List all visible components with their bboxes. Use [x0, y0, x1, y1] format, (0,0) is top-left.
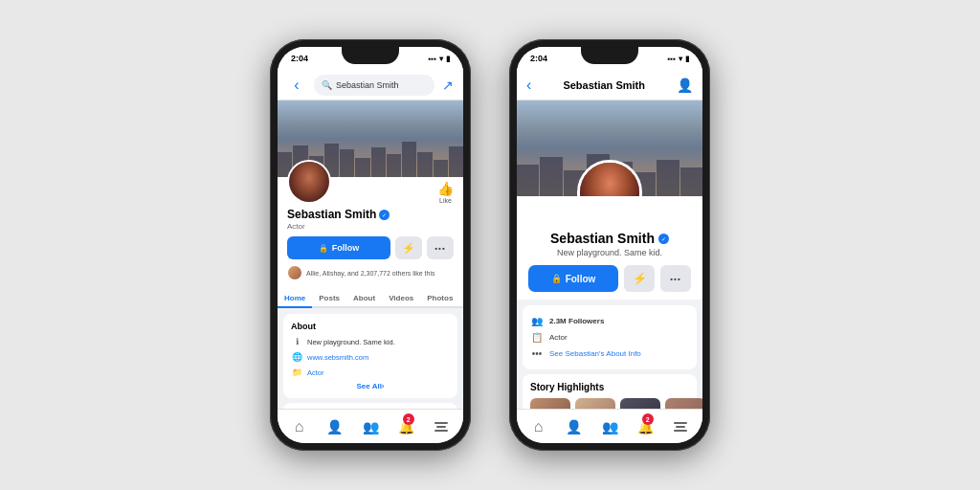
share-button-1[interactable]: ↗ [442, 78, 454, 93]
signal-icon: ▪▪▪ [428, 55, 436, 63]
signal-icon-2: ▪▪▪ [667, 55, 676, 63]
profile-icon-1: 👤 [326, 419, 343, 434]
content-area-1: About ℹ New playground. Same kid. 🌐 www.… [278, 308, 463, 409]
bottom-tab-menu-1[interactable] [424, 410, 459, 443]
menu-line-p2-1 [674, 422, 687, 424]
more-dots-1: ••• [434, 244, 445, 253]
phone-1-screen: 2:04 ▪▪▪ ▾ ▮ ‹ 🔍 Sebastian Smith ↗ [278, 47, 463, 443]
message-button-2[interactable]: ⚡ [624, 265, 655, 292]
menu-line-p2-2 [676, 426, 685, 428]
verified-check-1: ✓ [382, 212, 387, 218]
followers-row-2: 👥 2.3M Followers [530, 313, 689, 329]
tab-more-1[interactable]: Eve… [459, 290, 463, 308]
bottom-tab-home-2[interactable]: ⌂ [521, 410, 556, 443]
bottom-tab-profile-2[interactable]: 👤 [556, 410, 591, 443]
search-icon-1: 🔍 [322, 80, 332, 90]
avatar-face-2 [580, 163, 639, 196]
phone-1: 2:04 ▪▪▪ ▾ ▮ ‹ 🔍 Sebastian Smith ↗ [270, 39, 471, 451]
website-link-1: www.sebsmith.com [307, 353, 368, 362]
follow-button-2[interactable]: 🔒 Follow [528, 265, 618, 292]
building-6 [355, 158, 369, 177]
status-time-2: 2:04 [530, 54, 547, 63]
person-button-2[interactable]: 👤 [677, 78, 693, 93]
phone-2-notch [581, 47, 638, 64]
building-7 [371, 147, 386, 177]
building-11 [434, 160, 448, 177]
chevron-right-1: › [382, 382, 385, 390]
category-row-2: 📋 Actor [530, 329, 689, 345]
folder-icon-1: 📁 [291, 367, 302, 378]
followers-icon-2: 👥 [530, 316, 544, 326]
menu-line-p2-3 [674, 430, 687, 432]
back-button-2[interactable]: ‹ [526, 77, 531, 94]
battery-icon-2: ▮ [685, 55, 689, 63]
profile-name-1: Sebastian Smith [287, 208, 376, 221]
menu-line-2 [436, 426, 446, 428]
highlights-title-2: Story Highlights [530, 382, 689, 392]
groups-icon-2: 👥 [602, 419, 618, 434]
bottom-tab-groups-1[interactable]: 👥 [352, 410, 388, 443]
avatar-1 [287, 160, 331, 204]
phone-1-notch [342, 47, 399, 64]
like-label: Like [439, 197, 452, 204]
notification-badge-1: 2 [403, 413, 414, 425]
about-row-2[interactable]: ••• See Sebastian's About Info [530, 345, 689, 362]
follow-lock-icon-2: 🔒 [551, 274, 562, 283]
followers-text-2: 2.3M Followers [549, 317, 604, 325]
phone-2-screen: 2:04 ▪▪▪ ▾ ▮ ‹ Sebastian Smith 👤 [517, 47, 702, 443]
tab-about-1[interactable]: About [346, 290, 382, 308]
tab-home-1[interactable]: Home [278, 290, 312, 308]
see-all-1[interactable]: See All › [291, 382, 450, 390]
about-title-1: About [291, 322, 450, 331]
about-link-2: See Sebastian's About Info [549, 349, 641, 358]
building-8 [387, 154, 401, 177]
action-row-2: 🔒 Follow ⚡ ••• [528, 265, 691, 292]
profile-icon-2: 👤 [566, 419, 582, 434]
messenger-icon-2: ⚡ [633, 272, 647, 285]
bottom-tab-menu-2[interactable] [663, 410, 699, 443]
highlight-3[interactable] [620, 398, 660, 409]
status-icons-1: ▪▪▪ ▾ ▮ [428, 55, 450, 63]
about-website-1[interactable]: 🌐 www.sebsmith.com [291, 351, 450, 363]
back-button-1[interactable]: ‹ [287, 77, 306, 94]
like-button-1[interactable]: 👍 Like [437, 181, 454, 204]
see-all-text-1: See All [356, 382, 381, 390]
building-9 [402, 142, 416, 177]
highlight-2[interactable] [575, 398, 615, 409]
verified-badge-1: ✓ [379, 210, 390, 220]
name-row-1: Sebastian Smith ✓ [287, 208, 454, 221]
more-button-2[interactable]: ••• [660, 265, 691, 292]
follow-label-1: Follow [332, 243, 360, 253]
follow-button-1[interactable]: 🔒 Follow [287, 236, 390, 259]
like-thumb-icon: 👍 [437, 181, 454, 196]
tab-videos-1[interactable]: Videos [382, 290, 420, 308]
tab-photos-1[interactable]: Photos [420, 290, 459, 308]
profile-role-1: Actor [287, 222, 454, 231]
profile-section-1: 👍 Like Sebastian Smith ✓ Actor 🔒 Follow … [278, 177, 463, 290]
highlights-row-2 [530, 398, 689, 409]
search-box-1[interactable]: 🔍 Sebastian Smith [314, 75, 434, 96]
nav-bar-2: ‹ Sebastian Smith 👤 [517, 70, 702, 100]
highlight-1[interactable] [530, 398, 570, 409]
bottom-tab-home-1[interactable]: ⌂ [281, 410, 317, 443]
bottom-tab-notifications-1[interactable]: 🔔 2 [389, 410, 424, 443]
notification-badge-2: 2 [642, 413, 654, 425]
about-card-1: About ℹ New playground. Same kid. 🌐 www.… [283, 314, 457, 398]
bottom-tab-groups-2[interactable]: 👥 [591, 410, 627, 443]
profile-tagline-2: New playground. Same kid. [528, 248, 691, 257]
bottom-tab-profile-1[interactable]: 👤 [317, 410, 352, 443]
status-time-1: 2:04 [291, 54, 308, 63]
tab-posts-1[interactable]: Posts [312, 290, 346, 308]
about-bio-text-1: New playground. Same kid. [307, 338, 395, 346]
about-category-1: 📁 Actor [291, 367, 450, 378]
messenger-icon-1: ⚡ [402, 242, 415, 255]
bottom-bar-1: ⌂ 👤 👥 🔔 2 [278, 409, 463, 443]
highlight-4[interactable] [665, 398, 702, 409]
message-button-1[interactable]: ⚡ [395, 236, 422, 259]
profile-section-2: Sebastian Smith ✓ New playground. Same k… [517, 196, 702, 300]
more-dots-2: ••• [670, 275, 680, 283]
more-button-1[interactable]: ••• [427, 236, 454, 259]
info-card-2: 👥 2.3M Followers 📋 Actor ••• See Sebasti… [523, 305, 697, 369]
status-icons-2: ▪▪▪ ▾ ▮ [667, 55, 689, 63]
bottom-tab-notifications-2[interactable]: 🔔 2 [628, 410, 663, 443]
